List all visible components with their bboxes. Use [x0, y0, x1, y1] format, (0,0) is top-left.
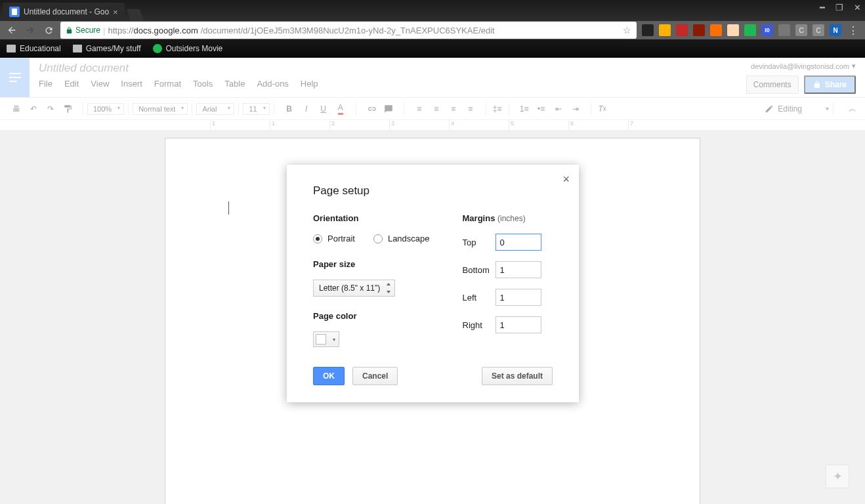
align-justify-button[interactable]: ≡	[463, 102, 478, 116]
menu-edit[interactable]: Edit	[64, 79, 79, 89]
extension-icon[interactable]	[710, 24, 722, 36]
style-dropdown[interactable]: Normal text	[133, 103, 188, 115]
extension-icon[interactable]	[659, 24, 671, 36]
page-color-dropdown[interactable]	[313, 331, 339, 347]
dialog-title: Page setup	[313, 184, 553, 198]
menu-table[interactable]: Table	[224, 79, 245, 89]
dialog-close-button[interactable]: ×	[562, 173, 570, 186]
orientation-portrait-radio[interactable]: Portrait	[313, 234, 355, 243]
url-path: /document/d/1jOEeJ5m3M3M98NucU2m1o-yNd-2…	[201, 26, 495, 35]
address-bar[interactable]: Secure | https://docs.google.com/documen…	[60, 22, 637, 39]
reload-button[interactable]	[42, 24, 55, 37]
bookmark-outsiders[interactable]: Outsiders Movie	[153, 44, 223, 53]
menu-file[interactable]: File	[39, 79, 53, 89]
undo-button[interactable]: ↶	[26, 102, 41, 116]
toolbar: 🖶 ↶ ↷ 100% Normal text Arial 11 B I U A	[0, 97, 865, 120]
bold-button[interactable]: B	[282, 102, 297, 116]
page-color-label: Page color	[313, 311, 430, 321]
page-setup-dialog: × Page setup Orientation Portrait Landsc…	[287, 165, 579, 402]
secure-indicator: Secure	[66, 26, 100, 35]
bookmark-educational[interactable]: Educational	[7, 44, 61, 53]
ruler-tick-label: 1	[272, 120, 275, 127]
numbered-list-button[interactable]: 1≡	[517, 102, 532, 116]
margin-right-label: Right	[463, 320, 496, 330]
link-button[interactable]	[364, 102, 379, 116]
margin-bottom-input[interactable]	[496, 261, 541, 278]
redo-button[interactable]: ↷	[43, 102, 58, 116]
extension-icon[interactable]	[642, 24, 654, 36]
favicon-icon	[153, 44, 162, 53]
menu-insert[interactable]: Insert	[121, 79, 142, 89]
docs-tab-icon	[9, 7, 20, 17]
menu-bar: File Edit View Insert Format Tools Table…	[39, 75, 737, 89]
window-close-icon[interactable]: ✕	[854, 3, 861, 12]
tab-close-icon[interactable]: ×	[113, 7, 118, 17]
collapse-toolbar-button[interactable]: ︽	[845, 102, 860, 116]
extension-icon[interactable]	[693, 24, 705, 36]
clear-formatting-button[interactable]: Tx	[595, 102, 610, 116]
url-host: docs.google.com	[133, 26, 198, 35]
forward-button[interactable]	[24, 24, 37, 37]
user-email[interactable]: devindavila@livingstonisd.com▾	[751, 62, 856, 70]
document-title-input[interactable]	[39, 62, 737, 75]
align-left-button[interactable]: ≡	[412, 102, 427, 116]
text-color-button[interactable]: A	[333, 102, 348, 116]
lock-icon	[813, 81, 821, 89]
browser-menu-button[interactable]: ⋮	[847, 24, 860, 37]
bookmark-star-icon[interactable]: ☆	[623, 25, 631, 35]
new-tab-button[interactable]	[126, 9, 144, 21]
secure-label: Secure	[75, 26, 100, 35]
font-size-dropdown[interactable]: 11	[243, 103, 269, 115]
comment-tb-button[interactable]	[381, 102, 396, 116]
comments-button[interactable]: Comments	[746, 75, 799, 94]
margin-top-input[interactable]	[496, 234, 541, 251]
ruler-tick-label: 6	[570, 120, 574, 127]
bookmark-label: Games/My stuff	[86, 44, 141, 53]
align-right-button[interactable]: ≡	[446, 102, 461, 116]
menu-view[interactable]: View	[91, 79, 109, 89]
menu-format[interactable]: Format	[154, 79, 181, 89]
increase-indent-button[interactable]: ⇥	[568, 102, 583, 116]
ruler-tick-label: 5	[511, 120, 514, 127]
set-as-default-button[interactable]: Set as default	[482, 367, 553, 385]
explore-button[interactable]: ✦	[826, 465, 849, 488]
orientation-landscape-radio[interactable]: Landscape	[373, 234, 430, 243]
underline-button[interactable]: U	[316, 102, 331, 116]
align-center-button[interactable]: ≡	[429, 102, 444, 116]
share-label: Share	[825, 80, 847, 89]
mode-dropdown[interactable]: Editing ▾	[765, 104, 829, 114]
menu-help[interactable]: Help	[301, 79, 318, 89]
cancel-button[interactable]: Cancel	[352, 367, 398, 385]
margin-left-input[interactable]	[496, 289, 541, 306]
lock-icon	[66, 26, 73, 35]
browser-tab[interactable]: Untitled document - Goo ×	[3, 3, 125, 21]
extension-icon[interactable]	[676, 24, 688, 36]
ruler[interactable]: 1 1 2 3 4 5 6 7	[0, 120, 865, 130]
back-button[interactable]	[5, 24, 18, 37]
window-maximize-icon[interactable]: ❐	[835, 3, 843, 12]
bulleted-list-button[interactable]: •≡	[534, 102, 549, 116]
menu-tools[interactable]: Tools	[193, 79, 213, 89]
paint-format-button[interactable]	[60, 102, 75, 116]
ruler-tick-label: 2	[331, 120, 335, 127]
window-minimize-icon[interactable]: ━	[820, 3, 825, 12]
ok-button[interactable]: OK	[313, 367, 345, 385]
margin-right-input[interactable]	[496, 316, 541, 333]
bookmark-games[interactable]: Games/My stuff	[73, 44, 141, 53]
line-spacing-button[interactable]: ‡≡	[490, 102, 505, 116]
share-button[interactable]: Share	[804, 75, 856, 94]
menu-addons[interactable]: Add-ons	[257, 79, 288, 89]
margin-top-label: Top	[463, 238, 496, 247]
paper-size-label: Paper size	[313, 259, 430, 269]
address-row: Secure | https://docs.google.com/documen…	[0, 21, 865, 39]
extension-icon[interactable]	[744, 24, 756, 36]
extension-icon[interactable]	[778, 24, 790, 36]
decrease-indent-button[interactable]: ⇤	[551, 102, 566, 116]
font-dropdown[interactable]: Arial	[196, 103, 234, 115]
print-button[interactable]: 🖶	[9, 102, 24, 116]
italic-button[interactable]: I	[299, 102, 314, 116]
docs-home-button[interactable]	[0, 58, 30, 97]
extension-icon[interactable]	[727, 24, 739, 36]
zoom-dropdown[interactable]: 100%	[87, 103, 124, 115]
paper-size-dropdown[interactable]: Letter (8.5" x 11")	[313, 280, 395, 297]
